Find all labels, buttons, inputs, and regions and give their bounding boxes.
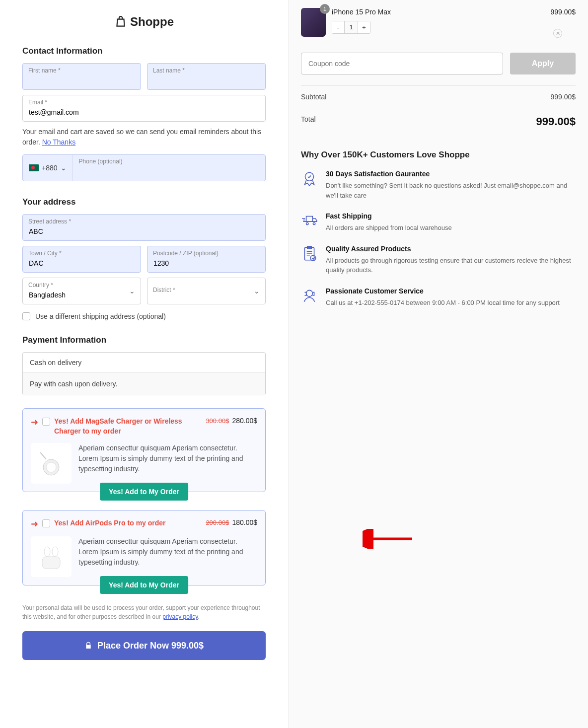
- first-name-field: First name *: [22, 63, 141, 90]
- truck-icon: [301, 212, 318, 229]
- payment-heading: Payment Information: [22, 335, 266, 345]
- qty-minus-button[interactable]: -: [332, 21, 344, 33]
- feature-shipping: Fast Shipping All orders are shipped fro…: [301, 212, 576, 233]
- upsell-card-airpods: ➜ Yes! Add AirPods Pro to my order 200.0…: [22, 510, 266, 585]
- phone-field: +880 ⌄ Phone (optional): [22, 154, 266, 181]
- arrow-right-icon: ➜: [31, 518, 38, 529]
- upsell-prices: 200.00$180.00$: [206, 518, 257, 526]
- payment-method-desc: Pay with cash upon delivery.: [23, 373, 265, 395]
- charger-icon: [36, 448, 66, 478]
- total-row: Total 999.00$: [301, 108, 576, 135]
- cart-item: 1 iPhone 15 Pro Max - 1 + 999.00$ ✕: [301, 5, 576, 47]
- district-field: District * ⌄: [147, 278, 266, 304]
- no-thanks-link[interactable]: No Thanks: [42, 138, 75, 146]
- upsell-add-button[interactable]: Yes! Add to My Order: [100, 483, 188, 501]
- street-field: Street address *: [22, 214, 266, 241]
- airpods-icon: [36, 542, 66, 572]
- svg-point-6: [306, 222, 308, 224]
- email-field: Email *: [22, 95, 266, 122]
- first-name-input[interactable]: [22, 63, 141, 90]
- qty-plus-button[interactable]: +: [358, 21, 370, 33]
- contact-heading: Contact Information: [22, 46, 266, 56]
- upsell-image: [31, 536, 72, 577]
- last-name-input[interactable]: [147, 63, 266, 90]
- feature-quality: Quality Assured Products All products go…: [301, 245, 576, 275]
- remove-item-button[interactable]: ✕: [553, 29, 562, 38]
- svg-point-10: [306, 290, 313, 296]
- postcode-field: Postcode / ZIP (optional): [147, 246, 266, 273]
- apply-coupon-button[interactable]: Apply: [510, 53, 576, 74]
- svg-rect-2: [42, 557, 60, 569]
- brand-name: Shoppe: [130, 15, 174, 29]
- postcode-input[interactable]: [147, 246, 266, 273]
- country-select[interactable]: [22, 278, 141, 304]
- upsell-title: Yes! Add MagSafe Charger or Wireless Cha…: [54, 417, 202, 436]
- payment-method-box: Cash on delivery Pay with cash upon deli…: [22, 352, 266, 395]
- flag-icon: [29, 164, 39, 171]
- privacy-notice: Your personal data will be used to proce…: [22, 603, 266, 621]
- email-hint: Your email and cart are saved so we can …: [22, 127, 266, 147]
- phone-country-code[interactable]: +880 ⌄: [23, 155, 73, 181]
- chevron-down-icon: ⌄: [61, 164, 67, 172]
- street-input[interactable]: [22, 214, 266, 241]
- district-select[interactable]: [147, 278, 266, 304]
- feature-guarantee: 30 Days Satisfaction Gaurantee Don't lik…: [301, 170, 576, 200]
- svg-point-7: [313, 222, 315, 224]
- upsell-card-magsafe: ➜ Yes! Add MagSafe Charger or Wireless C…: [22, 408, 266, 492]
- country-field: Country * ⌄: [22, 278, 141, 304]
- quantity-stepper: - 1 +: [332, 21, 370, 34]
- why-heading: Why Over 150K+ Customers Love Shoppe: [301, 150, 576, 160]
- town-field: Town / City *: [22, 246, 141, 273]
- bag-icon: [114, 15, 127, 28]
- payment-method-label[interactable]: Cash on delivery: [23, 353, 265, 373]
- upsell-add-button[interactable]: Yes! Add to My Order: [100, 576, 188, 594]
- product-price: 999.00$: [550, 8, 576, 16]
- svg-point-4: [52, 547, 58, 557]
- email-input[interactable]: [22, 95, 266, 122]
- last-name-field: Last name *: [147, 63, 266, 90]
- upsell-desc: Aperiam consecttur quisquam Aperiam cons…: [78, 536, 257, 577]
- clipboard-icon: [301, 245, 318, 262]
- lock-icon: [84, 642, 92, 650]
- qty-badge: 1: [320, 4, 330, 14]
- headset-icon: [301, 287, 318, 304]
- product-name: iPhone 15 Pro Max: [332, 8, 544, 16]
- coupon-input[interactable]: [301, 53, 503, 74]
- upsell-checkbox[interactable]: [42, 519, 50, 527]
- brand-logo: Shoppe: [22, 15, 266, 29]
- place-order-button[interactable]: Place Order Now 999.00$: [22, 631, 266, 660]
- upsell-title: Yes! Add AirPods Pro to my order: [54, 518, 202, 528]
- upsell-checkbox[interactable]: [42, 418, 50, 426]
- town-input[interactable]: [22, 246, 141, 273]
- upsell-image: [31, 443, 72, 484]
- upsell-prices: 300.00$280.00$: [206, 417, 257, 425]
- privacy-policy-link[interactable]: privacy policy: [162, 613, 198, 620]
- diff-shipping-checkbox[interactable]: [22, 312, 30, 320]
- qty-value: 1: [344, 21, 358, 33]
- diff-shipping-label: Use a different shipping address (option…: [35, 312, 166, 320]
- feature-support: Passionate Customer Service Call us at +…: [301, 287, 576, 308]
- address-heading: Your address: [22, 197, 266, 207]
- svg-point-3: [44, 547, 50, 557]
- arrow-right-icon: ➜: [31, 417, 38, 428]
- product-thumbnail: 1: [301, 8, 326, 37]
- svg-point-1: [46, 462, 56, 472]
- upsell-desc: Aperiam consecttur quisquam Aperiam cons…: [78, 443, 257, 484]
- badge-icon: [301, 170, 318, 187]
- subtotal-row: Subtotal 999.00$: [301, 85, 576, 108]
